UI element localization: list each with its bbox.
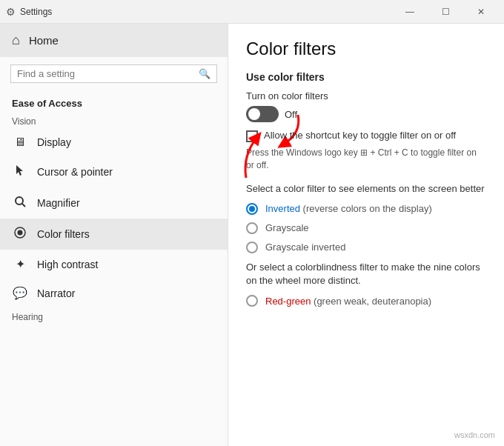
radio-grayscale-inverted-label: Grayscale inverted: [265, 242, 345, 253]
radio-inverted-circle[interactable]: [246, 203, 258, 215]
radio-grayscale-inverted[interactable]: Grayscale inverted: [246, 242, 486, 253]
watermark: wsxdn.com: [451, 430, 498, 440]
sidebar-item-color-filters-label: Color filters: [37, 228, 90, 240]
sidebar-category-vision: Vision: [0, 112, 228, 128]
narrator-icon: 💬: [12, 286, 28, 300]
sidebar-section-ease-of-access: Ease of Access: [0, 90, 228, 112]
settings-icon: ⚙: [6, 6, 16, 18]
cursor-icon: [12, 164, 28, 180]
sidebar-item-high-contrast[interactable]: ✦ High contrast: [0, 250, 228, 279]
home-icon: ⌂: [12, 33, 20, 48]
shortcut-checkbox-row: Allow the shortcut key to toggle filter …: [246, 130, 486, 142]
select-filter-desc: Select a color filter to see elements on…: [246, 182, 486, 196]
sidebar-item-magnifier[interactable]: Magnifier: [0, 187, 228, 219]
radio-grayscale-label: Grayscale: [265, 222, 309, 233]
search-input[interactable]: [17, 68, 199, 79]
radio-inverted-label: Inverted (reverse colors on the display): [265, 203, 432, 214]
toggle-label: Turn on color filters: [246, 90, 486, 101]
color-filters-toggle[interactable]: [246, 106, 279, 122]
sidebar-item-display[interactable]: 🖥 Display: [0, 128, 228, 156]
titlebar-title: Settings: [20, 7, 393, 17]
shortcut-checkbox-label: Allow the shortcut key to toggle filter …: [264, 130, 456, 142]
toggle-knob: [248, 108, 260, 120]
high-contrast-icon: ✦: [12, 257, 28, 271]
sidebar-item-narrator[interactable]: 💬 Narrator: [0, 279, 228, 307]
page-title: Color filters: [246, 39, 486, 59]
use-color-filters-label: Use color filters: [246, 71, 486, 83]
sidebar-item-magnifier-label: Magnifier: [37, 197, 80, 209]
maximize-button[interactable]: ☐: [428, 0, 462, 24]
toggle-state-label: Off: [285, 109, 297, 120]
radio-red-green-label: Red-green (green weak, deuteranopia): [265, 296, 431, 307]
close-button[interactable]: ✕: [464, 0, 498, 24]
svg-point-3: [18, 230, 23, 236]
search-icon: 🔍: [199, 68, 210, 79]
toggle-container: Off: [246, 106, 486, 122]
shortcut-info-text: Press the Windows logo key ⊞ + Ctrl + C …: [246, 147, 486, 172]
radio-grayscale-inverted-circle[interactable]: [246, 242, 258, 253]
sidebar-item-cursor-pointer[interactable]: Cursor & pointer: [0, 156, 228, 187]
sidebar-item-cursor-label: Cursor & pointer: [37, 166, 113, 178]
svg-point-0: [16, 197, 23, 204]
sidebar: ⌂ Home 🔍 Ease of Access Vision 🖥 Display…: [0, 24, 228, 446]
radio-red-green-circle[interactable]: [246, 295, 258, 307]
sidebar-item-high-contrast-label: High contrast: [37, 259, 98, 270]
magnifier-icon: [12, 195, 28, 211]
main-layout: ⌂ Home 🔍 Ease of Access Vision 🖥 Display…: [0, 24, 504, 446]
radio-grayscale[interactable]: Grayscale: [246, 222, 486, 234]
sidebar-item-home[interactable]: ⌂ Home: [0, 24, 228, 57]
radio-inverted[interactable]: Inverted (reverse colors on the display): [246, 203, 486, 215]
colorblind-desc: Or select a colorblindness filter to mak…: [246, 261, 486, 287]
svg-line-1: [22, 204, 25, 207]
search-box[interactable]: 🔍: [10, 64, 217, 83]
shortcut-checkbox[interactable]: [246, 130, 258, 142]
radio-grayscale-circle[interactable]: [246, 222, 258, 234]
titlebar-controls: — ☐ ✕: [393, 0, 498, 24]
sidebar-item-display-label: Display: [37, 136, 71, 148]
sidebar-category-hearing: Hearing: [0, 307, 228, 324]
minimize-button[interactable]: —: [393, 0, 427, 24]
sidebar-item-color-filters[interactable]: Color filters: [0, 219, 228, 250]
sidebar-home-label: Home: [29, 34, 59, 47]
titlebar: ⚙ Settings — ☐ ✕: [0, 0, 504, 24]
display-icon: 🖥: [12, 136, 28, 149]
radio-red-green[interactable]: Red-green (green weak, deuteranopia): [246, 295, 486, 307]
sidebar-item-narrator-label: Narrator: [37, 287, 75, 299]
color-filters-icon: [12, 226, 28, 242]
content-panel: Color filters Use color filters Turn on …: [228, 24, 504, 446]
